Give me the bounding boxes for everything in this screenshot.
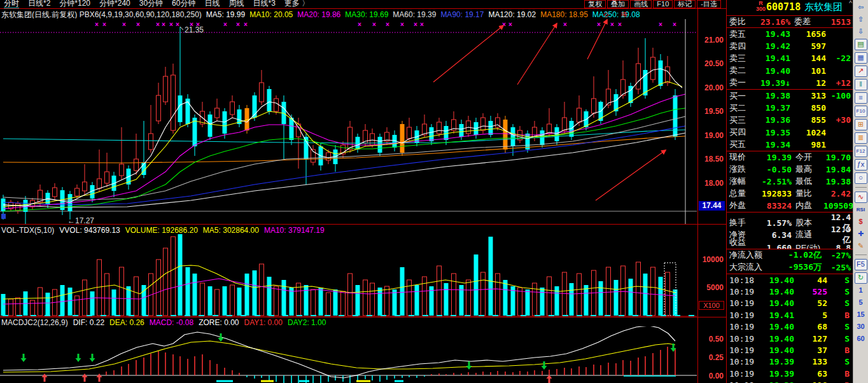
buy-level-row[interactable]: 买五19.34981 (727, 139, 853, 151)
money-icon[interactable]: $ (855, 217, 867, 227)
svg-text:×: × (502, 21, 506, 28)
buy-level-row[interactable]: 买四19.351024 (727, 127, 853, 139)
stock-code[interactable]: 600718 (766, 1, 801, 13)
f10-icon[interactable]: F10 (855, 106, 867, 117)
down-arrow-icon[interactable]: ⇩ (855, 27, 867, 37)
stock-title-row: R300 600718 东软集团 ^ (727, 0, 853, 16)
buy-level-row[interactable]: 买二19.37850 (727, 102, 853, 114)
period-30[interactable]: 30 (855, 322, 867, 332)
block-tree-icon[interactable]: ⊞ (855, 119, 867, 130)
refresh-icon[interactable]: ↻ (855, 272, 867, 284)
quote-grid-icon[interactable]: ▦ (855, 52, 867, 64)
menu-item-2[interactable]: 分钟*120 (59, 0, 90, 9)
svg-text:×: × (358, 21, 361, 28)
menu-item-9[interactable]: 更多 〉 (284, 0, 309, 9)
svg-text:×: × (122, 21, 126, 28)
sell-level-row[interactable]: 卖四19.42597 (727, 40, 853, 52)
indicator-value: ZORE: 0.00 (199, 318, 239, 327)
axis-label: 20.00 (698, 83, 724, 92)
indicator-value: MA5: 302864.00 (203, 226, 259, 235)
svg-text:×: × (244, 21, 248, 28)
axis-label: 20.50 (698, 59, 724, 68)
toolbar-divider (855, 187, 867, 188)
stat-row: 换手1.57%股本12.4亿 (727, 212, 853, 225)
svg-text:×: × (236, 21, 240, 28)
indicator-value: MA10: 20.05 (249, 10, 293, 18)
menu-item-7[interactable]: 周线 (228, 0, 244, 9)
circle-icon[interactable]: ○ (855, 172, 867, 184)
buy-level-row[interactable]: 买一19.38313-100 (727, 90, 853, 102)
svg-text:×: × (563, 21, 567, 28)
diamond-icon[interactable]: ◇ (603, 10, 608, 18)
svg-text:×: × (673, 21, 676, 28)
menu-item-6[interactable]: 日线 (204, 0, 220, 9)
menu-button-1[interactable]: 叠加 (607, 0, 629, 8)
indicator-value: MA120: 19.02 (488, 10, 536, 18)
trend-line-icon[interactable]: ↗ (855, 66, 867, 77)
money-flow-row: 净流入额-1.02亿-27% (727, 249, 853, 261)
svg-text:×: × (102, 21, 106, 28)
kline-icon[interactable]: ‖ (855, 79, 867, 90)
menu-item-4[interactable]: 30分钟 (139, 0, 163, 9)
money-flow-row: 大宗流入-9536万-25% (727, 261, 853, 274)
sell-level-row[interactable]: 卖三19.41144-22 (727, 52, 853, 64)
menu-button-0[interactable]: 复权 (584, 0, 606, 8)
menu-button-4[interactable]: 标记 (674, 0, 696, 8)
stat-row: 外盘83324内盘109509 (727, 200, 853, 212)
sell-level-row[interactable]: 卖二19.40101 (727, 65, 853, 77)
info-doc-icon[interactable]: ≣ (855, 132, 867, 144)
svg-text:×: × (372, 21, 376, 28)
menu-button-3[interactable]: F10 (653, 0, 673, 8)
period-60[interactable]: 60 (855, 334, 867, 344)
menu-item-3[interactable]: 分钟*240 (99, 0, 130, 9)
tick-row: 10:1919.40127S (727, 333, 853, 344)
stock-name[interactable]: 东软集团 (804, 1, 843, 13)
pane-layout-icon[interactable]: ⊞ (621, 10, 627, 18)
indicator-value: DEA: 0.26 (109, 318, 144, 327)
menu-item-1[interactable]: 日线*2 (28, 0, 50, 9)
volume-unit-label: X100 (699, 301, 724, 310)
menu-divider (0, 8, 726, 9)
buy-level-row[interactable]: 买三19.36855+30 (727, 114, 853, 126)
period-menu-bar: 分时日线*2分钟*120分钟*24030分钟60分钟日线周线日线*3更多 〉 复… (0, 0, 726, 8)
period-15[interactable]: 15 (855, 310, 867, 320)
indicator-value: VVOL: 943769.13 (59, 226, 120, 235)
macd-chart[interactable] (0, 326, 698, 383)
menu-item-0[interactable]: 分时 (4, 0, 19, 9)
sell-level-row[interactable]: 卖五19.431656 (727, 28, 853, 40)
wave-icon[interactable]: ∿ (855, 192, 867, 203)
period-1[interactable]: 1 (855, 286, 867, 296)
period-5[interactable]: 5 (855, 298, 867, 308)
formula-icon[interactable]: ƒx (855, 159, 867, 171)
report-table-icon[interactable]: ▤ (855, 39, 867, 50)
move-icon[interactable]: ✚ (855, 229, 867, 239)
indicator-value: 东软集团(日线.前复权) PBX6(4,9,19,30,60,90,120,18… (1, 10, 202, 18)
indicator-value: VOLUME: 192686.20 (125, 226, 198, 235)
multi-page-icon[interactable]: ≡ (855, 92, 867, 104)
svg-text:×: × (176, 21, 179, 28)
main-candlestick-chart[interactable]: ×××××××××××××××××××××××××××21.35←17.27 (0, 19, 698, 226)
volume-chart[interactable] (0, 226, 698, 318)
tick-row: 10:1919.39133S (727, 356, 853, 368)
up-arrow-icon[interactable]: ⇧ (855, 15, 867, 25)
macd-indicator-header: MACDJC2(12,26,9)DIF: 0.22DEA: 0.26MACD: … (1, 318, 697, 326)
menu-item-8[interactable]: 日线*3 (253, 0, 275, 9)
rsi-icon[interactable]: RSI (855, 205, 867, 215)
svg-text:21.35: 21.35 (185, 25, 204, 34)
indicator-value: MA90: 19.17 (440, 10, 484, 18)
sell-level-row[interactable]: 卖一19.39↓12+12 (727, 77, 853, 89)
rights-marker: R300 (756, 1, 766, 12)
menu-item-5[interactable]: 60分钟 (172, 0, 195, 9)
stats-section-2: 换手1.57%股本12.4亿净资6.34流通12.3亿收益(三)1.660PE(… (727, 212, 853, 249)
f5-icon[interactable]: F5 (855, 259, 867, 270)
tdx-app-window: 分时日线*2分钟*120分钟*24030分钟60分钟日线周线日线*3更多 〉 复… (0, 0, 868, 383)
f12-icon[interactable]: F12 (855, 146, 867, 157)
pencil-icon[interactable]: ✎ (855, 241, 867, 251)
menu-button-5[interactable]: -目选 (697, 0, 721, 8)
collapse-caret-icon[interactable]: ^ (849, 0, 852, 7)
menu-button-2[interactable]: 画线 (630, 0, 652, 8)
weibi-row: 委比 23.16% 委差 1513 (727, 16, 853, 28)
tick-row: 10:1919.4052S (727, 298, 853, 309)
back-arrow-icon[interactable]: ⇦ (855, 3, 867, 13)
tick-list[interactable]: 10:1819.4044S10:1919.40525S10:1919.4052S… (727, 274, 853, 383)
